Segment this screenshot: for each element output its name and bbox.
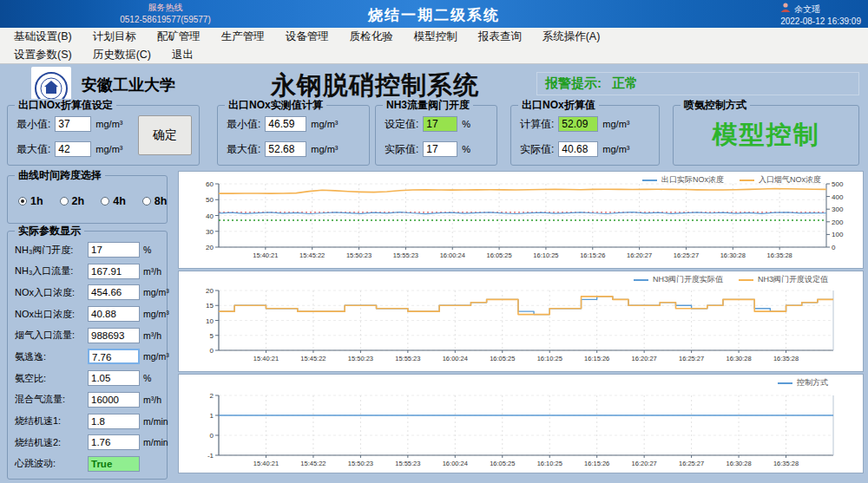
param-unit: m³/h <box>143 395 161 405</box>
param-label: 氨逃逸: <box>15 350 88 363</box>
radio-icon[interactable] <box>60 197 69 206</box>
radio-icon[interactable] <box>101 197 109 206</box>
param-value-input[interactable]: 17 <box>88 242 140 258</box>
menu-item[interactable]: 生产管理 <box>211 29 275 44</box>
valve-actual-value[interactable]: 17 <box>423 141 457 157</box>
legend-item: 出口实际NOx浓度 <box>642 174 724 186</box>
unit-label: % <box>462 144 470 154</box>
param-value-input[interactable]: 1.76 <box>88 434 140 450</box>
menu-item[interactable]: 配矿管理 <box>147 29 211 44</box>
menu-item[interactable]: 报表查询 <box>468 29 532 44</box>
param-label: NH₃阀门开度: <box>15 244 88 257</box>
param-row: NH₃入口流量:167.91m³/h <box>15 262 163 281</box>
param-value-input[interactable]: 7.76 <box>88 349 140 364</box>
param-value-input[interactable]: True <box>88 456 140 472</box>
svg-text:2: 2 <box>210 392 214 400</box>
menu-item[interactable]: 设置参数(S) <box>3 48 82 62</box>
param-value-input[interactable]: 454.66 <box>88 284 140 300</box>
menu-item[interactable]: 设备管理 <box>275 29 339 44</box>
param-value-input[interactable]: 167.91 <box>88 264 140 279</box>
param-value-input[interactable]: 988693 <box>88 328 140 343</box>
svg-text:15:40:21: 15:40:21 <box>253 355 279 362</box>
nox-trend-chart: 605040302015:40:2115:45:2215:50:2315:55:… <box>179 172 863 268</box>
param-value-input[interactable]: 16000 <box>88 392 140 408</box>
svg-text:15:40:21: 15:40:21 <box>253 251 278 259</box>
valve-set-value[interactable]: 17 <box>423 116 457 132</box>
svg-text:16:20:27: 16:20:27 <box>627 251 652 259</box>
param-unit: % <box>143 245 151 255</box>
svg-text:-1: -1 <box>207 452 214 460</box>
menu-item[interactable]: 模型控制 <box>404 29 468 44</box>
control-mode-value: 模型控制 <box>674 118 858 153</box>
radio-icon[interactable] <box>18 197 27 206</box>
unit-label: mg/m³ <box>95 144 122 154</box>
conv-actual-value[interactable]: 40.68 <box>558 141 598 157</box>
menu-row-1: 基础设置(B)计划目标配矿管理生产管理设备管理质检化验模型控制报表查询系统操作(… <box>0 28 868 46</box>
svg-text:50: 50 <box>206 196 214 204</box>
param-label: 氨空比: <box>15 372 88 385</box>
svg-text:15:50:23: 15:50:23 <box>346 251 372 259</box>
max-label: 最大值: <box>16 142 50 157</box>
panel-title: 出口NOx实测值计算 <box>225 99 326 111</box>
svg-text:16:35:28: 16:35:28 <box>767 251 792 259</box>
menu-item[interactable]: 历史数据(C) <box>82 48 161 62</box>
param-row: NOx入口浓度:454.66mg/m³ <box>15 283 163 302</box>
svg-text:16:00:24: 16:00:24 <box>440 251 465 259</box>
param-unit: mg/m³ <box>143 287 169 297</box>
svg-text:16:20:27: 16:20:27 <box>632 460 657 467</box>
svg-text:16:35:28: 16:35:28 <box>773 355 799 362</box>
svg-text:16:25:27: 16:25:27 <box>679 460 704 467</box>
param-value-input[interactable]: 40.88 <box>88 306 140 322</box>
svg-text:400: 400 <box>832 193 844 201</box>
panel-nox-setting: 出口NOx折算值设定 最小值: 37 mg/m³ 最大值: 42 mg/m³ 确… <box>7 105 200 166</box>
top-banner: 服务热线 0512-58619577(59577) 烧结一期二级系统 余文瑶 2… <box>0 0 868 28</box>
radio-label: 4h <box>113 195 126 207</box>
param-row: NH₃阀门开度:17% <box>15 240 163 259</box>
svg-text:16:15:26: 16:15:26 <box>584 355 609 362</box>
measured-min-value[interactable]: 46.59 <box>265 116 306 132</box>
svg-text:5: 5 <box>210 332 214 340</box>
panel-nox-conv: 出口NOx折算值 计算值: 52.09 mg/m³ 实际值: 40.68 mg/… <box>510 105 660 166</box>
legend-line-icon <box>778 382 792 384</box>
svg-text:1: 1 <box>210 412 214 420</box>
user-info: 余文瑶 2022-08-12 16:39:09 <box>780 3 861 28</box>
param-value-input[interactable]: 1.05 <box>88 370 140 386</box>
unit-label: % <box>462 119 470 129</box>
legend-item: 控制方式 <box>778 377 828 388</box>
param-label: 心跳波动: <box>15 457 88 470</box>
svg-text:0: 0 <box>210 432 214 440</box>
menu-item[interactable]: 退出 <box>161 48 204 62</box>
param-label: NOx入口浓度: <box>15 286 88 299</box>
menu-item[interactable]: 计划目标 <box>82 29 147 44</box>
unit-label: mg/m³ <box>95 119 122 129</box>
timespan-radio-2h[interactable]: 2h <box>60 195 85 207</box>
param-label: 烧结机速1: <box>15 414 88 428</box>
timespan-radio-4h[interactable]: 4h <box>101 195 126 207</box>
menu-item[interactable]: 系统操作(A) <box>532 29 611 44</box>
menu-bar: 基础设置(B)计划目标配矿管理生产管理设备管理质检化验模型控制报表查询系统操作(… <box>0 28 868 64</box>
chart-legend: 出口实际NOx浓度入口烟气NOx浓度 <box>642 174 821 186</box>
confirm-button[interactable]: 确定 <box>138 115 192 155</box>
legend-item: NH3阀门开度实际值 <box>634 274 723 285</box>
legend-label: 入口烟气NOx浓度 <box>759 174 821 186</box>
legend-label: 出口实际NOx浓度 <box>661 174 724 186</box>
measured-max-value[interactable]: 52.68 <box>265 141 306 157</box>
nox-max-input[interactable]: 42 <box>55 141 91 157</box>
menu-item[interactable]: 质检化验 <box>339 29 404 44</box>
conv-calc-value[interactable]: 52.09 <box>558 116 598 132</box>
param-row: 心跳波动:True <box>15 454 163 473</box>
svg-text:60: 60 <box>206 180 214 188</box>
timespan-radio-8h[interactable]: 8h <box>142 195 168 207</box>
param-unit: m/min <box>143 416 168 427</box>
menu-item[interactable]: 基础设置(B) <box>3 29 82 44</box>
svg-text:15:55:23: 15:55:23 <box>395 460 420 467</box>
svg-text:16:15:26: 16:15:26 <box>580 251 605 259</box>
svg-text:0: 0 <box>832 244 836 251</box>
param-value-input[interactable]: 1.8 <box>88 414 140 429</box>
timespan-radio-1h[interactable]: 1h <box>18 195 43 207</box>
panel-params: 实际参数显示 NH₃阀门开度:17%NH₃入口流量:167.91m³/hNOx入… <box>7 231 168 480</box>
svg-text:15:50:23: 15:50:23 <box>348 355 373 362</box>
datetime: 2022-08-12 16:39:09 <box>780 16 861 28</box>
radio-icon[interactable] <box>142 197 151 206</box>
nox-min-input[interactable]: 37 <box>55 116 91 132</box>
